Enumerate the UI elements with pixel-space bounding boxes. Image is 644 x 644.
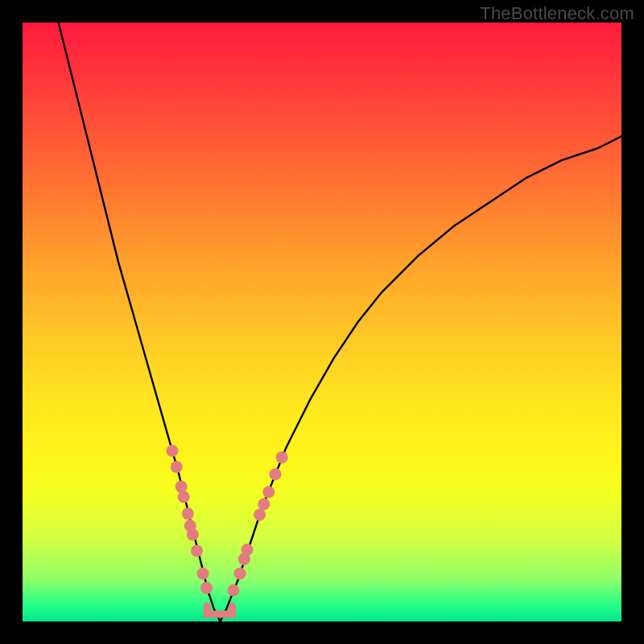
outer-frame: TheBottleneck.com xyxy=(0,0,644,644)
plot-area xyxy=(23,23,621,621)
marker-dot xyxy=(178,491,190,503)
left-dots-group xyxy=(167,444,213,593)
bottom-bracket xyxy=(207,606,232,614)
marker-dot xyxy=(200,582,213,594)
watermark-text: TheBottleneck.com xyxy=(480,3,634,24)
marker-dot xyxy=(269,468,281,480)
marker-dot xyxy=(167,444,179,456)
marker-dot xyxy=(242,543,254,555)
marker-dot xyxy=(262,486,275,498)
marker-dot xyxy=(191,545,203,557)
marker-dot xyxy=(258,498,270,510)
bottleneck-curve xyxy=(59,23,621,621)
marker-dot xyxy=(182,508,194,520)
marker-dot xyxy=(234,568,246,580)
marker-dot xyxy=(187,529,199,541)
marker-dot xyxy=(227,584,239,597)
marker-dot xyxy=(254,509,266,521)
marker-dot xyxy=(175,481,188,493)
marker-dot xyxy=(171,461,183,473)
marker-dot xyxy=(196,568,208,580)
marker-dot xyxy=(276,452,288,464)
chart-svg xyxy=(23,23,621,621)
